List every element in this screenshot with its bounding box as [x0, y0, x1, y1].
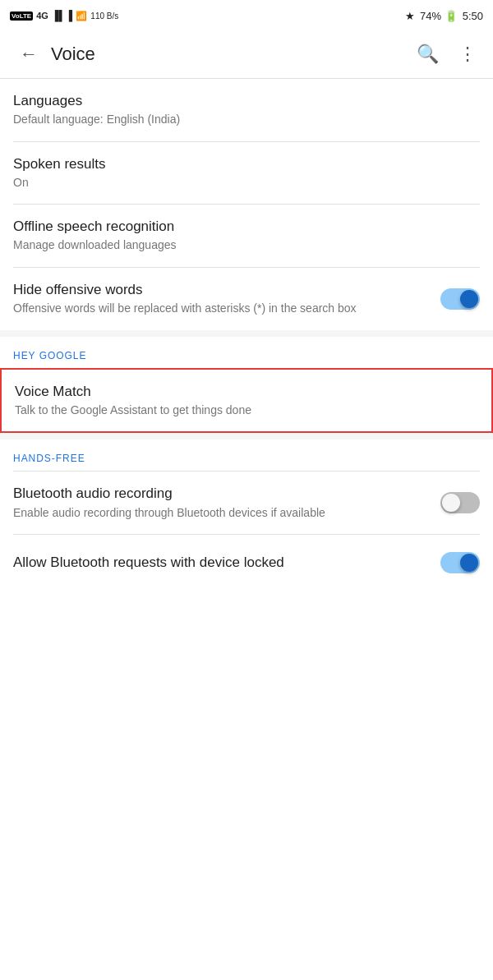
offline-speech-title: Offline speech recognition	[13, 218, 480, 236]
search-icon[interactable]: 🔍	[413, 40, 442, 68]
back-button[interactable]: ←	[13, 37, 44, 71]
voice-match-title: Voice Match	[15, 383, 478, 401]
hide-offensive-toggle[interactable]	[440, 288, 480, 310]
toolbar: ← Voice 🔍 ⋮	[0, 30, 493, 79]
bluetooth-recording-subtitle: Enable audio recording through Bluetooth…	[13, 505, 427, 522]
offline-speech-item[interactable]: Offline speech recognition Manage downlo…	[0, 205, 493, 267]
bluetooth-locked-toggle[interactable]	[440, 552, 480, 573]
page-title: Voice	[51, 44, 413, 65]
spoken-results-title: Spoken results	[13, 155, 480, 173]
hide-offensive-switch[interactable]	[440, 288, 480, 310]
voice-match-subtitle: Talk to the Google Assistant to get thin…	[15, 403, 478, 419]
spoken-results-subtitle: On	[13, 175, 480, 191]
offline-speech-content: Offline speech recognition Manage downlo…	[13, 218, 480, 254]
section-divider-hands-free	[0, 433, 493, 439]
wifi-icon: 📶	[76, 11, 87, 21]
network-indicator: 4G	[36, 11, 48, 21]
bluetooth-recording-content: Bluetooth audio recording Enable audio r…	[13, 485, 427, 521]
status-bar-left: VoLTE 4G ▐▌▐ 📶 110 B/s	[10, 10, 118, 21]
hands-free-section-header: HANDS-FREE	[0, 439, 493, 471]
hide-offensive-knob	[460, 290, 478, 308]
status-bar-right: ★ 74% 🔋 5:50	[405, 10, 483, 22]
status-bar: VoLTE 4G ▐▌▐ 📶 110 B/s ★ 74% 🔋 5:50	[0, 0, 493, 30]
section-divider-hey-google	[0, 330, 493, 337]
signal-bars-icon: ▐▌▐	[52, 10, 73, 21]
volte-indicator: VoLTE	[10, 12, 33, 21]
voice-match-content: Voice Match Talk to the Google Assistant…	[15, 383, 478, 419]
bluetooth-locked-content: Allow Bluetooth requests with device loc…	[13, 554, 427, 572]
hide-offensive-item[interactable]: Hide offensive words Offensive words wil…	[0, 268, 493, 330]
spoken-results-item[interactable]: Spoken results On	[0, 142, 493, 205]
toolbar-actions: 🔍 ⋮	[413, 40, 480, 68]
clock: 5:50	[463, 10, 483, 22]
network-speed: 110 B/s	[90, 12, 118, 21]
bluetooth-locked-title: Allow Bluetooth requests with device loc…	[13, 554, 427, 572]
hey-google-section-header: HEY GOOGLE	[0, 337, 493, 368]
bluetooth-icon: ★	[405, 10, 415, 22]
bluetooth-recording-item[interactable]: Bluetooth audio recording Enable audio r…	[0, 472, 493, 534]
spoken-results-content: Spoken results On	[13, 155, 480, 191]
bluetooth-recording-toggle[interactable]	[440, 492, 480, 513]
voice-match-item[interactable]: Voice Match Talk to the Google Assistant…	[0, 368, 493, 434]
hide-offensive-content: Hide offensive words Offensive words wil…	[13, 281, 427, 317]
languages-subtitle: Default language: English (India)	[13, 112, 480, 128]
offline-speech-subtitle: Manage downloaded languages	[13, 237, 480, 254]
more-options-icon[interactable]: ⋮	[455, 40, 480, 68]
bluetooth-locked-item[interactable]: Allow Bluetooth requests with device loc…	[0, 535, 493, 591]
bluetooth-recording-title: Bluetooth audio recording	[13, 485, 427, 503]
bluetooth-locked-knob	[460, 554, 478, 572]
hide-offensive-title: Hide offensive words	[13, 281, 427, 299]
battery-indicator: 74% 🔋	[420, 10, 458, 22]
languages-title: Languages	[13, 92, 480, 110]
languages-item[interactable]: Languages Default language: English (Ind…	[0, 79, 493, 141]
hide-offensive-subtitle: Offensive words will be replaced with as…	[13, 301, 427, 317]
bluetooth-recording-switch[interactable]	[440, 492, 480, 513]
bluetooth-recording-knob	[442, 494, 460, 512]
bluetooth-locked-switch[interactable]	[440, 552, 480, 573]
languages-content: Languages Default language: English (Ind…	[13, 92, 480, 128]
